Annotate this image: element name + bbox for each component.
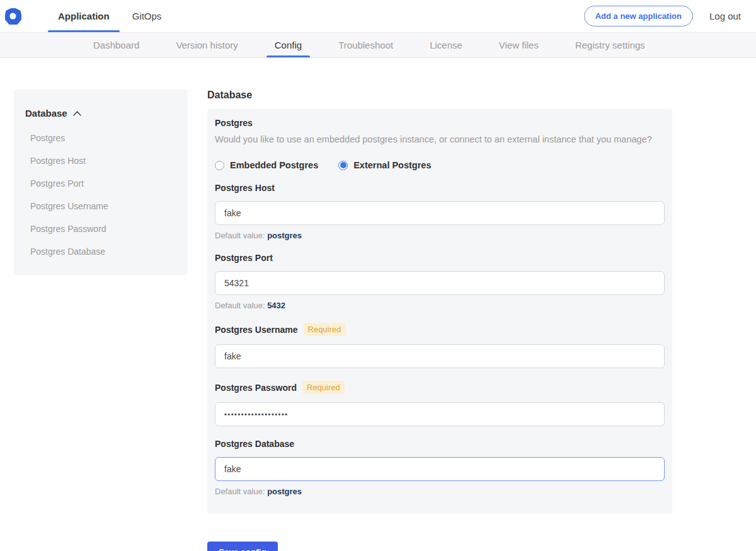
tab-application[interactable]: Application	[47, 0, 121, 32]
postgres-password-label-row: Postgres Password Required	[215, 381, 665, 394]
postgres-port-default-label: Default value:	[215, 301, 265, 310]
postgres-database-default-value: postgres	[267, 487, 302, 496]
page-title: Database	[207, 90, 672, 101]
radio-circle-unselected-icon[interactable]	[215, 161, 224, 170]
header-tabs: Application GitOps	[47, 0, 173, 32]
radio-circle-selected-icon[interactable]	[338, 161, 348, 170]
sidebar-item-postgres-username[interactable]: Postgres Username	[25, 195, 176, 218]
subnav-version-history-label: Version history	[176, 40, 238, 50]
subnav-dashboard-label: Dashboard	[93, 40, 139, 50]
config-card: Postgres Would you like to use an embedd…	[207, 109, 672, 514]
subnav-item-view-files[interactable]: View files	[499, 33, 539, 57]
subnav-view-files-label: View files	[499, 40, 539, 50]
app-header: Application GitOps Add a new application…	[0, 0, 756, 33]
radio-external-postgres-label: External Postgres	[353, 160, 431, 170]
radio-embedded-postgres[interactable]: Embedded Postgres	[215, 160, 318, 170]
sidebar-items: Postgres Postgres Host Postgres Port Pos…	[25, 127, 176, 263]
replicated-logo-icon	[5, 8, 21, 25]
tab-gitops[interactable]: GitOps	[121, 0, 173, 32]
tab-gitops-label: GitOps	[132, 11, 162, 21]
add-application-button[interactable]: Add a new application	[584, 6, 693, 26]
postgres-username-required-badge: Required	[304, 323, 346, 336]
radio-embedded-postgres-label: Embedded Postgres	[230, 160, 318, 170]
radio-external-postgres[interactable]: External Postgres	[338, 160, 431, 170]
subnav-troubleshoot-label: Troubleshoot	[338, 40, 393, 50]
sidebar-item-postgres-password[interactable]: Postgres Password	[25, 218, 176, 240]
chevron-up-icon	[73, 111, 81, 116]
config-main: Database Postgres Would you like to use …	[207, 90, 672, 551]
postgres-host-helper: Default value: postgres	[215, 231, 665, 240]
subnav-item-troubleshoot[interactable]: Troubleshoot	[338, 33, 393, 57]
save-config-button[interactable]: Save config	[207, 542, 278, 551]
content-area: Database Postgres Postgres Host Postgres…	[0, 58, 756, 551]
subnav-item-registry-settings[interactable]: Registry settings	[575, 33, 645, 57]
postgres-port-label: Postgres Port	[215, 253, 273, 263]
config-sidebar: Database Postgres Postgres Host Postgres…	[14, 90, 188, 276]
sidebar-group-label: Database	[25, 108, 67, 119]
postgres-username-input[interactable]	[215, 344, 665, 368]
postgres-host-input[interactable]	[215, 201, 665, 225]
subnav-item-version-history[interactable]: Version history	[176, 33, 238, 57]
subnav-item-license[interactable]: License	[430, 33, 462, 57]
sidebar-group-database[interactable]: Database	[25, 108, 176, 119]
postgres-host-default-value: postgres	[267, 231, 302, 240]
subnav-registry-settings-label: Registry settings	[575, 40, 645, 50]
sidebar-item-postgres-host[interactable]: Postgres Host	[25, 149, 176, 172]
sidebar-item-postgres-port[interactable]: Postgres Port	[25, 172, 176, 195]
subnav-item-dashboard[interactable]: Dashboard	[93, 33, 139, 57]
postgres-database-helper: Default value: postgres	[215, 487, 665, 496]
postgres-password-required-badge: Required	[302, 381, 345, 394]
postgres-username-label: Postgres Username	[215, 325, 298, 335]
postgres-database-default-label: Default value:	[215, 487, 265, 496]
subnav-config-label: Config	[275, 40, 302, 50]
postgres-host-label: Postgres Host	[215, 183, 275, 193]
config-group-label: Postgres	[215, 118, 665, 128]
postgres-password-input[interactable]	[215, 402, 665, 426]
tab-application-label: Application	[58, 11, 110, 21]
postgres-host-default-label: Default value:	[215, 231, 265, 240]
header-right: Add a new application Log out	[584, 0, 741, 32]
logo-wrap	[5, 0, 30, 32]
postgres-host-label-row: Postgres Host	[215, 183, 665, 193]
postgres-port-input[interactable]	[215, 271, 665, 295]
postgres-database-label: Postgres Database	[215, 439, 294, 449]
logout-button[interactable]: Log out	[709, 11, 741, 21]
postgres-radio-group: Embedded Postgres External Postgres	[215, 160, 665, 170]
sidebar-item-postgres-database[interactable]: Postgres Database	[25, 240, 176, 263]
subnav-item-config[interactable]: Config	[275, 33, 302, 57]
postgres-database-input[interactable]	[215, 457, 665, 481]
postgres-database-label-row: Postgres Database	[215, 439, 665, 449]
sidebar-item-postgres[interactable]: Postgres	[25, 127, 176, 149]
postgres-port-default-value: 5432	[267, 301, 285, 310]
postgres-port-helper: Default value: 5432	[215, 301, 665, 310]
postgres-port-label-row: Postgres Port	[215, 253, 665, 263]
app-subnav: Dashboard Version history Config Trouble…	[0, 33, 756, 58]
postgres-username-label-row: Postgres Username Required	[215, 323, 665, 336]
config-group-help: Would you like to use an embedded postgr…	[215, 134, 665, 144]
subnav-license-label: License	[430, 40, 462, 50]
postgres-password-label: Postgres Password	[215, 383, 297, 393]
